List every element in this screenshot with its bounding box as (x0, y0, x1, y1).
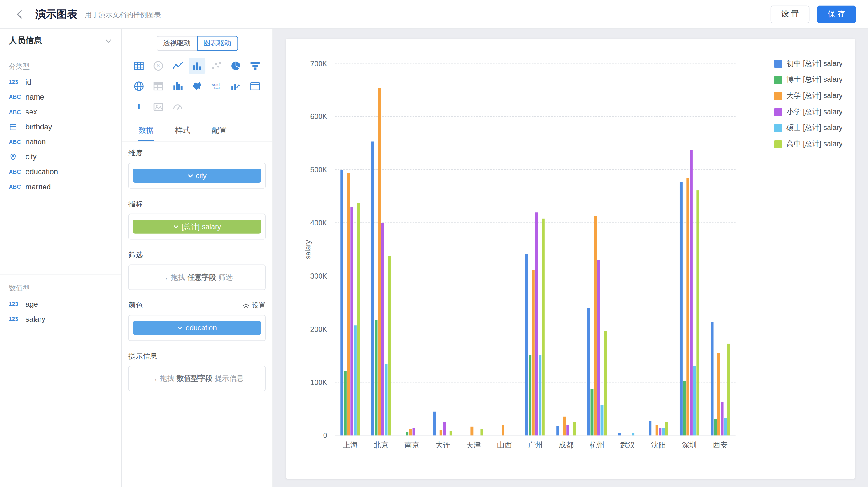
bar[interactable] (618, 433, 621, 436)
bar[interactable] (341, 170, 343, 435)
bar[interactable] (696, 191, 699, 435)
field-item-id[interactable]: 123id (0, 75, 121, 90)
bar[interactable] (385, 364, 388, 436)
radar-chart-icon[interactable] (131, 78, 148, 95)
legend-item[interactable]: 小学 [总计] salary (774, 107, 842, 117)
bar[interactable] (532, 270, 535, 435)
bar[interactable] (375, 320, 378, 435)
bar[interactable] (529, 355, 532, 435)
bar[interactable] (686, 178, 689, 436)
field-item-salary[interactable]: 123salary (0, 312, 121, 327)
wordcloud-chart-icon[interactable]: wordcloud (208, 78, 225, 95)
metric-dropzone[interactable]: [总计] salary (128, 214, 266, 240)
save-button[interactable]: 保 存 (817, 5, 856, 23)
bar[interactable] (587, 307, 590, 436)
bar[interactable] (724, 418, 727, 435)
bar[interactable] (604, 331, 607, 435)
bar-chart-icon[interactable] (189, 58, 205, 74)
bar[interactable] (597, 260, 600, 436)
legend-item[interactable]: 大学 [总计] salary (774, 91, 842, 101)
legend-item[interactable]: 初中 [总计] salary (774, 59, 842, 69)
dimension-chip-city[interactable]: city (133, 169, 261, 183)
bar[interactable] (406, 432, 408, 435)
map-chart-icon[interactable] (189, 78, 205, 95)
bar[interactable] (525, 254, 528, 435)
dimension-dropzone[interactable]: city (128, 163, 266, 189)
bar[interactable] (440, 430, 442, 435)
legend-item[interactable]: 博士 [总计] salary (774, 75, 842, 85)
funnel-chart-icon[interactable] (247, 58, 263, 74)
bar[interactable] (655, 425, 658, 435)
mode-tab-pivot[interactable]: 透视驱动 (156, 36, 197, 51)
bar[interactable] (563, 417, 566, 436)
bar[interactable] (711, 322, 713, 436)
bar[interactable] (542, 219, 545, 435)
bar[interactable] (727, 344, 730, 436)
field-item-name[interactable]: ABCname (0, 90, 121, 104)
bar[interactable] (351, 207, 353, 435)
bar[interactable] (450, 431, 453, 436)
color-chip-education[interactable]: education (133, 321, 261, 335)
tab-style[interactable]: 样式 (175, 121, 190, 141)
bar[interactable] (714, 419, 717, 435)
frame-chart-icon[interactable] (247, 78, 263, 95)
pie-chart-icon[interactable] (227, 58, 244, 74)
tab-config[interactable]: 配置 (212, 121, 227, 141)
bar[interactable] (539, 355, 541, 435)
field-item-nation[interactable]: ABCnation (0, 134, 121, 149)
bar[interactable] (683, 381, 686, 435)
bar[interactable] (412, 428, 415, 436)
bar[interactable] (409, 428, 412, 435)
bar[interactable] (600, 405, 603, 435)
bar[interactable] (649, 421, 652, 435)
field-item-married[interactable]: ABCmarried (0, 179, 121, 194)
bar[interactable] (631, 433, 634, 436)
table-chart-icon[interactable] (131, 58, 148, 74)
mode-tab-chart[interactable]: 图表驱动 (197, 36, 238, 51)
bar[interactable] (388, 255, 391, 435)
settings-button[interactable]: 设 置 (771, 5, 809, 23)
color-dropzone[interactable]: education (128, 315, 266, 341)
legend-item[interactable]: 硕士 [总计] salary (774, 123, 842, 133)
bar[interactable] (662, 428, 665, 436)
bar[interactable] (680, 182, 683, 436)
histogram-chart-icon[interactable] (169, 78, 186, 95)
bar[interactable] (665, 422, 668, 436)
bar[interactable] (433, 412, 436, 435)
tab-data[interactable]: 数据 (138, 121, 154, 141)
bar[interactable] (501, 425, 504, 435)
text-chart-icon[interactable]: T (131, 99, 148, 115)
bar[interactable] (690, 150, 692, 435)
combo-chart-icon[interactable] (227, 78, 244, 95)
metric-chip-salary[interactable]: [总计] salary (133, 220, 261, 233)
bar[interactable] (535, 213, 538, 435)
field-item-birthday[interactable]: birthday (0, 120, 121, 134)
dataset-selector[interactable]: 人员信息 (0, 29, 121, 53)
bar[interactable] (717, 353, 720, 436)
field-item-education[interactable]: ABCeducation (0, 164, 121, 179)
bar[interactable] (590, 389, 593, 435)
bar[interactable] (378, 88, 381, 435)
line-chart-icon[interactable] (169, 58, 186, 74)
bar[interactable] (573, 422, 576, 436)
bar[interactable] (594, 217, 597, 436)
bar[interactable] (354, 326, 357, 436)
bar[interactable] (556, 426, 559, 436)
bar[interactable] (344, 371, 347, 435)
bar[interactable] (566, 425, 569, 435)
field-item-sex[interactable]: ABCsex (0, 104, 121, 120)
bar[interactable] (720, 402, 723, 435)
bar[interactable] (381, 223, 384, 435)
color-settings-button[interactable]: 设置 (242, 301, 266, 310)
bar[interactable] (443, 422, 446, 436)
filter-dropzone[interactable]: →拖拽任意字段筛选 (128, 265, 266, 290)
field-item-age[interactable]: 123age (0, 297, 121, 312)
bar[interactable] (693, 366, 696, 435)
bar[interactable] (371, 142, 374, 436)
bar[interactable] (347, 173, 350, 436)
back-button[interactable] (12, 6, 28, 22)
legend-item[interactable]: 高中 [总计] salary (774, 139, 842, 149)
bar[interactable] (357, 203, 360, 435)
bar[interactable] (659, 428, 662, 436)
bar[interactable] (471, 426, 473, 435)
